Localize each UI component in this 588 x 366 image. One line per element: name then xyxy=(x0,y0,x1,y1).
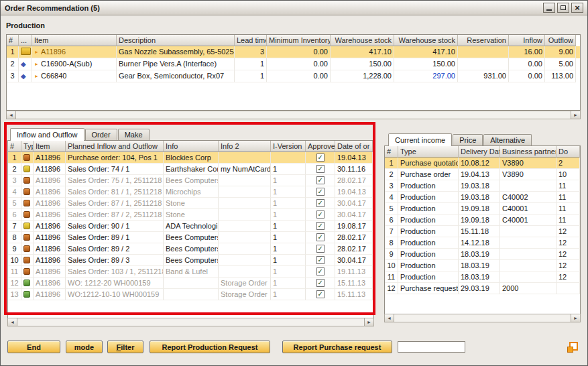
approved-checkbox[interactable]: ✓ xyxy=(316,222,325,230)
approved-checkbox[interactable]: ✓ xyxy=(316,267,325,276)
table-row[interactable]: 11A11896Sales Order: 103 / 1, 2511218Ban… xyxy=(8,266,373,278)
column-header[interactable]: # xyxy=(385,146,398,158)
approved-checkbox[interactable]: ✓ xyxy=(316,290,325,298)
link-arrow-icon[interactable]: ► xyxy=(34,62,39,66)
approved-checkbox[interactable]: ✓ xyxy=(316,199,325,207)
approved-checkbox[interactable]: ✓ xyxy=(316,188,325,196)
column-header[interactable]: Item xyxy=(32,35,117,46)
type-cell: Production xyxy=(398,215,459,226)
minimize-button[interactable] xyxy=(543,3,555,13)
title-bar[interactable]: Order Recommendation (5) × xyxy=(1,1,587,15)
approved-checkbox[interactable]: ✓ xyxy=(316,165,325,173)
scroll-right-icon[interactable]: ► xyxy=(364,318,373,326)
table-row[interactable]: 3Production19.03.1811 xyxy=(385,180,580,192)
table-row[interactable]: 12Purchase request29.03.192000 xyxy=(385,283,580,294)
link-arrow-icon[interactable]: ► xyxy=(34,50,39,54)
report-purchase-request-button[interactable]: Report Purchase request xyxy=(282,341,392,353)
right-table-scrollbar[interactable]: ◄ ► xyxy=(384,314,581,322)
resize-grip-icon[interactable] xyxy=(567,342,578,353)
footer-input[interactable] xyxy=(398,341,465,353)
table-row[interactable]: 2Purchase order19.04.13V389010 xyxy=(385,169,580,180)
column-header[interactable]: # xyxy=(8,141,21,152)
column-header[interactable]: Inflow xyxy=(509,35,545,46)
scroll-right-icon[interactable]: ► xyxy=(571,314,580,322)
table-row[interactable]: 4Production19.03.18C4000211 xyxy=(385,192,580,203)
column-header[interactable]: Outflow xyxy=(545,35,576,46)
table-row[interactable]: 3◆►C66840Gear Box, Semiconductor, Rx0710… xyxy=(7,70,580,82)
purchase-order-icon xyxy=(23,211,30,218)
scroll-track[interactable] xyxy=(17,318,364,326)
column-header[interactable]: Typ xyxy=(21,141,34,152)
table-row[interactable]: 7Production15.11.1812 xyxy=(385,226,580,237)
table-row[interactable]: 1Purchase quotatio10.08.12V38902 xyxy=(385,158,580,169)
table-row[interactable]: 1►A11896Gas Nozzle Subassembly, 65-50254… xyxy=(7,46,580,58)
column-header[interactable]: Warehouse stock xyxy=(394,35,458,46)
approved-checkbox[interactable]: ✓ xyxy=(316,154,325,162)
table-row[interactable]: 10A11896Sales Order: 89 / 3Bees Computer… xyxy=(8,255,373,266)
scroll-right-icon[interactable]: ► xyxy=(571,111,580,119)
table-row[interactable]: 6Production19.09.18C4000111 xyxy=(385,215,580,226)
scroll-track[interactable] xyxy=(16,111,571,119)
table-row[interactable]: 9A11896Sales Order: 89 / 2Bees Computers… xyxy=(8,243,373,255)
table-row[interactable]: 13A11896WO:1212-10-10 WH000159Storage Or… xyxy=(8,289,373,300)
table-row[interactable]: 7A11896Sales Order: 90 / 1ADA Technologi… xyxy=(8,221,373,232)
column-header[interactable]: Item xyxy=(34,141,66,152)
column-header[interactable]: # xyxy=(7,35,19,46)
column-header[interactable]: Minimum Inventory xyxy=(267,35,331,46)
column-header[interactable]: Approved xyxy=(306,141,335,152)
table-row[interactable]: 1A11896Purchase order: 104, Pos 1Blockie… xyxy=(8,152,373,164)
column-header[interactable]: Info 2 xyxy=(219,141,271,152)
scroll-left-icon[interactable]: ◄ xyxy=(385,314,394,322)
approved-checkbox[interactable]: ✓ xyxy=(316,256,325,264)
approved-checkbox[interactable]: ✓ xyxy=(316,210,325,219)
approved-checkbox[interactable]: ✓ xyxy=(316,279,325,287)
table-row[interactable]: 3A11896Sales Order: 75 / 1, 2511218Bees … xyxy=(8,175,373,186)
mode-button[interactable]: mode xyxy=(66,341,103,353)
table-row[interactable]: 9Production18.03.1912 xyxy=(385,249,580,260)
column-header[interactable]: Business partner xyxy=(500,146,556,158)
scroll-left-icon[interactable]: ◄ xyxy=(8,318,17,326)
column-header[interactable]: Description xyxy=(117,35,235,46)
column-header[interactable]: Date of or xyxy=(335,141,373,152)
table-row[interactable]: 8A11896Sales Order: 89 / 1Bees Computers… xyxy=(8,232,373,243)
scroll-left-icon[interactable]: ◄ xyxy=(7,111,16,119)
table-row[interactable]: 12A11896WO: 1212-20 WH000159Storage Orde… xyxy=(8,278,373,289)
column-header[interactable]: Info xyxy=(164,141,219,152)
link-arrow-icon[interactable]: ► xyxy=(34,74,39,78)
approved-checkbox[interactable]: ✓ xyxy=(316,176,325,184)
tab-inflow-and-outflow[interactable]: Inflow and Outflow xyxy=(10,128,84,141)
tab-price[interactable]: Price xyxy=(453,134,483,146)
tab-order[interactable]: Order xyxy=(85,129,117,141)
table-row[interactable]: 11Production18.03.1912 xyxy=(385,271,580,283)
close-button[interactable]: × xyxy=(571,3,583,13)
approved-checkbox[interactable]: ✓ xyxy=(316,233,325,241)
column-header[interactable]: Delivery Date xyxy=(459,146,500,158)
column-header[interactable]: Warehouse stock xyxy=(331,35,394,46)
filter-button[interactable]: Filter xyxy=(107,341,143,353)
table-row[interactable]: 10Production18.03.1912 xyxy=(385,260,580,271)
table-row[interactable]: 5A11896Sales Order: 87 / 1, 2511218Stone… xyxy=(8,198,373,209)
maximize-button[interactable] xyxy=(557,3,569,13)
tab-current-income[interactable]: Current income xyxy=(388,133,452,146)
table-row[interactable]: 4A11896Sales Order: 81 / 1, 2511218Micro… xyxy=(8,186,373,198)
top-table-scrollbar[interactable]: ◄ ► xyxy=(6,111,581,119)
left-table-scrollbar[interactable]: ◄ ► xyxy=(7,318,374,326)
table-row[interactable]: 5Production19.09.18C4000111 xyxy=(385,203,580,215)
table-row[interactable]: 2◆►C16900-A(Sub)Burner Pipe Vers.A (Inte… xyxy=(7,58,580,70)
tab-make[interactable]: Make xyxy=(118,129,150,141)
tab-alternative[interactable]: Alternative xyxy=(483,134,532,146)
table-row[interactable]: 2A11896Sales Order: 74 / 1Earthshaker Co… xyxy=(8,164,373,175)
column-header[interactable]: Lead time xyxy=(235,35,267,46)
table-row[interactable]: 6A11896Sales Order: 87 / 2, 2511218Stone… xyxy=(8,209,373,221)
column-header[interactable]: I-Version xyxy=(271,141,306,152)
report-production-request-button[interactable]: Report Production Request xyxy=(150,341,270,353)
scroll-track[interactable] xyxy=(394,314,571,322)
column-header[interactable]: Planned Inflow and Outflow xyxy=(66,141,164,152)
column-header[interactable]: Do xyxy=(556,146,580,158)
column-header[interactable]: Type xyxy=(398,146,459,158)
table-row[interactable]: 8Production14.12.1812 xyxy=(385,237,580,249)
approved-checkbox[interactable]: ✓ xyxy=(316,245,325,253)
end-button[interactable]: End xyxy=(7,341,60,353)
column-header[interactable]: ... xyxy=(19,35,32,46)
column-header[interactable]: Reservation xyxy=(458,35,509,46)
